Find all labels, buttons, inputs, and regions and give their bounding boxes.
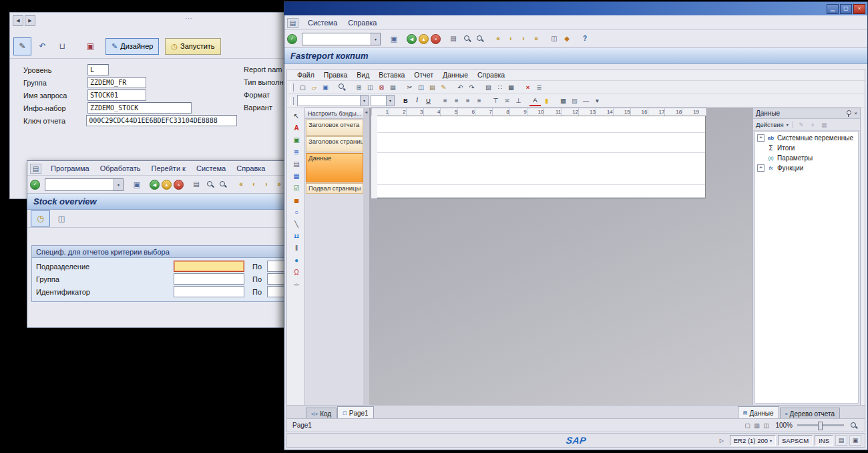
menu-item[interactable]: Правка xyxy=(319,71,352,79)
action-edit-icon[interactable]: ✎ xyxy=(797,120,806,129)
view-scroll-icon[interactable]: ▥ xyxy=(752,421,761,430)
font-name-combo[interactable]: ▾ xyxy=(297,95,369,106)
page-header-band-area[interactable] xyxy=(377,136,705,153)
omega-tool-icon[interactable]: Ω xyxy=(291,267,302,277)
band-item[interactable]: Данные xyxy=(306,153,363,182)
execute-icon[interactable]: ◷ xyxy=(31,210,50,226)
dropdown-icon[interactable]: ▾ xyxy=(114,179,123,190)
zoom-icon[interactable] xyxy=(849,420,859,431)
more-format-icon[interactable]: ▾ xyxy=(592,96,603,106)
find-icon[interactable] xyxy=(205,179,216,190)
menu-item[interactable]: Система xyxy=(191,164,231,173)
toolbar-grip[interactable] xyxy=(290,84,294,92)
borders-icon[interactable]: ▦ xyxy=(558,96,569,106)
view-single-icon[interactable]: ▢ xyxy=(742,421,752,430)
new-page-icon[interactable]: ⊞ xyxy=(353,82,365,92)
find-icon[interactable] xyxy=(462,33,473,44)
status-lock-icon[interactable]: ▣ xyxy=(849,435,861,446)
underline-icon[interactable]: U xyxy=(423,96,434,106)
scroll-left-icon[interactable]: ◀ xyxy=(13,15,23,26)
delete-icon[interactable]: ⊔ xyxy=(53,37,71,55)
menu-item[interactable]: Справка xyxy=(343,18,382,27)
save-icon[interactable]: ▣ xyxy=(389,33,399,44)
format-painter-icon[interactable]: ✎ xyxy=(438,82,449,92)
delete-object-icon[interactable]: × xyxy=(522,82,533,92)
line-style-icon[interactable]: — xyxy=(580,96,592,106)
minimize-button[interactable]: ▁ xyxy=(827,4,839,14)
enter-icon[interactable]: ✓ xyxy=(30,180,40,190)
from-input[interactable] xyxy=(174,261,244,272)
system-session-field[interactable]: ER2 (1) 200 ▾ xyxy=(730,435,776,446)
status-expand-icon[interactable]: ▷ xyxy=(720,438,724,444)
page-setup-icon[interactable]: ▤ xyxy=(387,82,399,92)
pin-icon[interactable] xyxy=(845,110,851,118)
next-page-icon[interactable]: › xyxy=(518,33,529,44)
dropdown-icon[interactable]: ▾ xyxy=(386,96,394,106)
view-facing-icon[interactable]: ◫ xyxy=(761,421,771,430)
redo-icon[interactable]: ↷ xyxy=(466,82,477,92)
last-page-icon[interactable]: » xyxy=(531,33,541,44)
cancel-icon[interactable]: × xyxy=(431,34,441,44)
open-report-icon[interactable]: ▱ xyxy=(308,82,320,92)
menu-item[interactable]: Перейти к xyxy=(146,164,190,173)
expand-icon[interactable]: + xyxy=(757,134,765,142)
next-page-icon[interactable]: › xyxy=(261,179,272,190)
bands-panel-header[interactable]: Настроить бэнды... xyxy=(305,108,364,119)
execute-print-icon[interactable]: ◫ xyxy=(53,210,70,226)
field-input[interactable]: 000C29CDC44D1EE6BDEFC33104DE8888 xyxy=(86,115,237,126)
menu-item[interactable]: Справка xyxy=(473,71,509,79)
exit-icon[interactable]: ▲ xyxy=(419,34,429,44)
to-input[interactable] xyxy=(267,273,285,285)
align-left-icon[interactable]: ≡ xyxy=(439,96,451,106)
insert-mode-field[interactable]: INS xyxy=(815,435,833,446)
menu-item[interactable]: Вид xyxy=(352,71,374,79)
band-item[interactable]: Заголовок отчета xyxy=(306,120,363,136)
cancel-icon[interactable]: × xyxy=(174,180,184,190)
zoom-slider[interactable] xyxy=(797,424,844,426)
grip-handle-icon[interactable]: ⋯ xyxy=(185,14,194,23)
valign-center-icon[interactable]: ≍ xyxy=(501,96,513,106)
band-item[interactable]: Заголовок страницы xyxy=(306,136,363,152)
action-view-icon[interactable]: ▦ xyxy=(820,120,829,129)
menu-item[interactable]: Система xyxy=(302,18,343,27)
field-input[interactable]: STOCK01 xyxy=(87,90,146,101)
find-next-icon[interactable] xyxy=(475,33,485,44)
status-tasks-icon[interactable]: ▤ xyxy=(835,435,847,446)
new-report-icon[interactable]: ▢ xyxy=(297,82,308,92)
number-tool-icon[interactable]: 12 xyxy=(291,231,302,241)
expand-icon[interactable]: + xyxy=(757,164,765,172)
menu-item[interactable]: Обработать xyxy=(95,164,146,173)
align-justify-icon[interactable]: ≡ xyxy=(473,96,485,106)
paste-icon[interactable]: ▤ xyxy=(427,82,438,92)
system-menu-icon[interactable]: ▤ xyxy=(30,164,41,174)
table-tool-icon[interactable]: ▦ xyxy=(291,171,302,181)
menu-item[interactable]: Файл xyxy=(292,71,319,79)
page-footer-band-area[interactable] xyxy=(377,188,705,198)
action-delete-icon[interactable]: × xyxy=(809,120,817,129)
save-icon[interactable]: ▣ xyxy=(81,37,99,55)
tree-item[interactable]: + fx Функции xyxy=(755,163,858,173)
highlight-color-icon[interactable]: ▮ xyxy=(541,96,552,106)
valign-top-icon[interactable]: ⊤ xyxy=(490,96,501,106)
command-field[interactable]: ▾ xyxy=(302,33,381,45)
copy-page-icon[interactable]: ◫ xyxy=(365,82,376,92)
from-input[interactable] xyxy=(174,273,244,285)
edit-icon[interactable]: ✎ xyxy=(13,37,31,55)
system-menu-icon[interactable]: ▤ xyxy=(287,18,298,28)
zoom-slider-thumb[interactable] xyxy=(818,422,823,430)
text-tool-icon[interactable]: A xyxy=(291,123,302,133)
first-page-icon[interactable]: « xyxy=(236,179,246,190)
field-input[interactable]: L xyxy=(87,64,109,76)
valign-bottom-icon[interactable]: ⊥ xyxy=(513,96,524,106)
report-page-canvas[interactable] xyxy=(377,116,706,198)
band-tool-icon[interactable]: ≣ xyxy=(291,147,302,157)
band-item[interactable]: Подвал страницы xyxy=(306,183,363,194)
back-icon[interactable]: ◀ xyxy=(407,34,417,44)
delete-page-icon[interactable]: ⊠ xyxy=(376,82,387,92)
back-icon[interactable]: ◀ xyxy=(150,180,160,190)
picture-tool-icon[interactable]: ▣ xyxy=(291,135,302,145)
align-right-icon[interactable]: ≡ xyxy=(462,96,473,106)
group-icon[interactable]: ▧ xyxy=(483,82,494,92)
enter-icon[interactable]: ✓ xyxy=(287,34,297,44)
close-button[interactable]: × xyxy=(853,4,865,14)
